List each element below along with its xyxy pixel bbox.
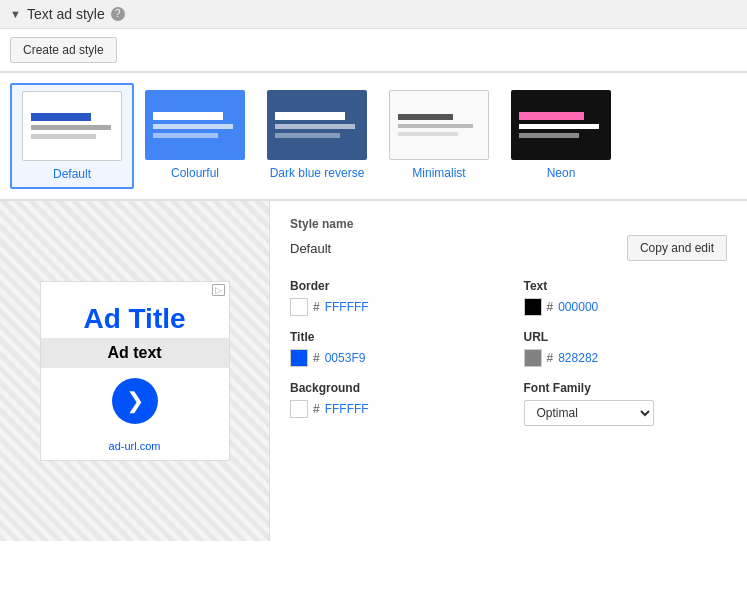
background-label: Background	[290, 381, 494, 395]
title-field-row: # 0053F9	[290, 349, 494, 367]
border-hash: #	[313, 300, 320, 314]
border-label: Border	[290, 279, 494, 293]
thumb-colorful-line1	[153, 124, 233, 129]
help-icon[interactable]: ?	[111, 7, 125, 21]
thumb-darkblue-line2	[275, 133, 340, 138]
create-ad-style-button[interactable]: Create ad style	[10, 37, 117, 63]
thumb-darkblue-line1	[275, 124, 355, 129]
title-color-label: Title	[290, 330, 494, 344]
style-card-colorful[interactable]: Colourful	[134, 83, 256, 189]
style-card-label-darkblue: Dark blue reverse	[270, 166, 365, 180]
main-content: ▷ Ad Title Ad text ❯ ad-url.com Style na…	[0, 201, 747, 541]
thumb-default-title	[31, 113, 91, 121]
title-hash: #	[313, 351, 320, 365]
ad-url: ad-url.com	[41, 434, 229, 460]
url-value[interactable]: 828282	[558, 351, 598, 365]
text-swatch[interactable]	[524, 298, 542, 316]
title-value[interactable]: 0053F9	[325, 351, 366, 365]
text-field-row: # 000000	[524, 298, 728, 316]
thumb-default-line2	[31, 134, 96, 139]
page-title: Text ad style	[27, 6, 105, 22]
ad-preview-card: ▷ Ad Title Ad text ❯ ad-url.com	[40, 281, 230, 462]
styles-row: Default Colourful Dark blue reverse Mini…	[0, 73, 747, 200]
background-swatch[interactable]	[290, 400, 308, 418]
title-swatch[interactable]	[290, 349, 308, 367]
thumb-minimalist-line1	[398, 124, 473, 128]
ad-circle-button[interactable]: ❯	[112, 378, 158, 424]
style-name-value: Default	[290, 241, 331, 256]
style-card-label-colorful: Colourful	[171, 166, 219, 180]
text-hash: #	[547, 300, 554, 314]
border-swatch[interactable]	[290, 298, 308, 316]
text-color-label: Text	[524, 279, 728, 293]
url-field-group: URL # 828282	[524, 330, 728, 367]
style-card-label-neon: Neon	[547, 166, 576, 180]
thumb-neon-line2	[519, 133, 579, 138]
background-field-row: # FFFFFF	[290, 400, 494, 418]
url-color-label: URL	[524, 330, 728, 344]
background-hash: #	[313, 402, 320, 416]
text-field-group: Text # 000000	[524, 279, 728, 316]
copy-and-edit-button[interactable]: Copy and edit	[627, 235, 727, 261]
background-value[interactable]: FFFFFF	[325, 402, 369, 416]
collapse-icon[interactable]: ▼	[10, 8, 21, 20]
toolbar: Create ad style	[0, 29, 747, 72]
style-card-neon[interactable]: Neon	[500, 83, 622, 189]
url-field-row: # 828282	[524, 349, 728, 367]
style-card-label-default: Default	[53, 167, 91, 181]
font-family-group: Font Family Optimal Arial Times New Roma…	[524, 381, 728, 426]
border-value[interactable]: FFFFFF	[325, 300, 369, 314]
details-panel: Style name Default Copy and edit Border …	[270, 201, 747, 541]
style-card-label-minimalist: Minimalist	[412, 166, 465, 180]
thumb-darkblue-title	[275, 112, 345, 120]
style-thumb-neon	[511, 90, 611, 160]
ad-body: Ad text	[41, 338, 229, 368]
style-card-default[interactable]: Default	[10, 83, 134, 189]
font-family-select[interactable]: Optimal Arial Times New Roman Georgia Ve…	[524, 400, 654, 426]
style-name-label: Style name	[290, 217, 727, 231]
style-thumb-default	[22, 91, 122, 161]
ad-title: Ad Title	[41, 298, 229, 339]
style-thumb-colorful	[145, 90, 245, 160]
thumb-colorful-line2	[153, 133, 218, 138]
thumb-neon-line1	[519, 124, 599, 129]
color-grid: Border # FFFFFF Text # 000000 Title	[290, 279, 727, 426]
style-card-minimalist[interactable]: Minimalist	[378, 83, 500, 189]
url-hash: #	[547, 351, 554, 365]
thumb-neon-title	[519, 112, 584, 120]
border-field-row: # FFFFFF	[290, 298, 494, 316]
thumb-minimalist-line2	[398, 132, 458, 136]
preview-panel: ▷ Ad Title Ad text ❯ ad-url.com	[0, 201, 270, 541]
ad-text: Ad text	[51, 344, 219, 362]
style-name-value-row: Default Copy and edit	[290, 235, 727, 261]
header-bar: ▼ Text ad style ?	[0, 0, 747, 29]
ad-badge: ▷	[212, 284, 225, 296]
style-thumb-darkblue	[267, 90, 367, 160]
text-value[interactable]: 000000	[558, 300, 598, 314]
thumb-colorful-title	[153, 112, 223, 120]
title-field-group: Title # 0053F9	[290, 330, 494, 367]
ad-header: ▷	[41, 282, 229, 298]
thumb-minimalist-title	[398, 114, 453, 120]
font-family-label: Font Family	[524, 381, 728, 395]
thumb-default-line1	[31, 125, 111, 130]
url-swatch[interactable]	[524, 349, 542, 367]
border-field-group: Border # FFFFFF	[290, 279, 494, 316]
background-field-group: Background # FFFFFF	[290, 381, 494, 426]
style-card-darkblue[interactable]: Dark blue reverse	[256, 83, 378, 189]
ad-button-area: ❯	[41, 368, 229, 434]
style-thumb-minimalist	[389, 90, 489, 160]
